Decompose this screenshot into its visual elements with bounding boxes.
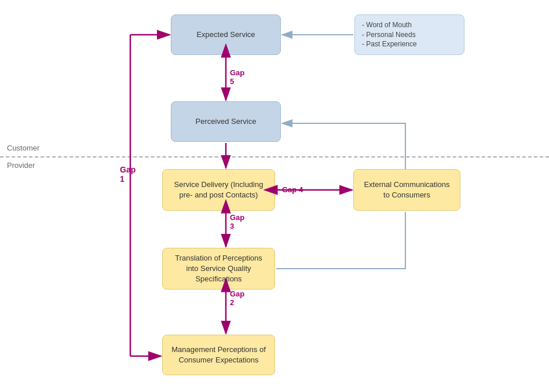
- translation-perceptions-box: Translation of Perceptions into Service …: [162, 248, 275, 290]
- customer-label: Customer: [7, 144, 39, 152]
- external-communications-box: External Communications to Consumers: [353, 169, 460, 211]
- gap3-label: Gap3: [230, 213, 244, 230]
- gap4-label: Gap 4: [282, 185, 303, 194]
- diagram-container: Customer Provider Expected Service - Wor…: [0, 0, 549, 392]
- provider-label: Provider: [7, 161, 35, 170]
- expected-service-box: Expected Service: [171, 14, 281, 55]
- gap1-label: Gap1: [120, 165, 136, 184]
- gap2-label: Gap2: [230, 290, 244, 307]
- service-delivery-box: Service Delivery (Including pre- and pos…: [162, 169, 275, 211]
- customer-provider-divider: [0, 156, 549, 157]
- gap5-label: Gap5: [230, 68, 244, 86]
- word-of-mouth-box: - Word of Mouth - Personal Needs - Past …: [354, 14, 464, 55]
- management-perceptions-box: Management Perceptions of Consumer Expec…: [162, 335, 275, 375]
- perceived-service-box: Perceived Service: [171, 101, 281, 142]
